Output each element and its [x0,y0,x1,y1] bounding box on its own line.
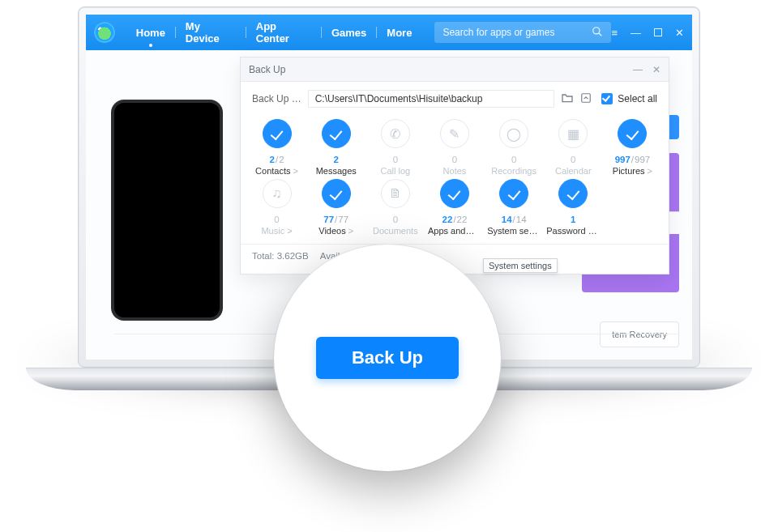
item-label: Call log [381,166,411,176]
modal-close-button[interactable]: ✕ [652,64,660,75]
item-label: Apps and… [428,226,481,236]
path-label: Back Up … [252,93,301,104]
phone-icon: ✆ [381,119,410,148]
apps-icon [440,179,469,208]
backup-item-notes: ✎0Notes [425,119,484,176]
backup-items-grid: 2/2Contacts2Messages✆0Call log✎0Notes◯0R… [241,113,669,244]
videos-icon [322,179,351,208]
settings-icon [499,179,528,208]
close-button[interactable]: ✕ [675,28,684,38]
backup-item-music: ♫0Music [247,179,306,236]
checkbox-icon [601,93,613,104]
svg-line-1 [599,32,602,36]
item-label: Password v… [546,226,600,236]
modal-minimize-button[interactable]: — [633,64,643,75]
pictures-icon [618,119,647,148]
nav-bar: Home My Device App Center Games More [130,20,419,45]
total-size: Total: 3.62GB [252,251,309,261]
item-label: System se… [487,226,541,236]
item-label: Notes [443,166,467,176]
backup-item-documents: 🗎0Documents [365,179,425,236]
backup-item-calendar: ▦0Calendar [544,119,603,176]
svg-rect-2 [582,93,591,102]
hamburger-icon[interactable]: ≡ [611,28,618,38]
mic-icon: ◯ [499,119,528,148]
item-label: Documents [373,226,418,236]
contacts-icon [263,119,292,148]
search-box[interactable] [434,22,611,43]
brand-logo-icon [94,22,115,43]
magnifier-lens: Back Up [274,245,501,471]
device-preview [114,103,220,317]
music-icon: ♫ [263,179,292,208]
maximize-button[interactable] [654,28,662,38]
item-label: Calendar [555,166,592,176]
app-top-bar: Home My Device App Center Games More ≡ — [86,15,692,50]
item-label: Music [261,226,292,236]
item-label: Pictures [613,166,652,176]
backup-item-recordings: ◯0Recordings [485,119,544,176]
minimize-button[interactable]: — [631,28,641,38]
backup-item-messages[interactable]: 2Messages [306,119,365,176]
item-label: Videos [318,226,353,236]
nav-home[interactable]: Home [130,27,172,39]
nav-my-device[interactable]: My Device [179,20,242,45]
folder-icon[interactable] [561,92,574,106]
documents-icon: 🗎 [381,179,410,208]
lock-icon [558,179,588,208]
backup-item-pictures[interactable]: 997/997Pictures [603,119,662,176]
item-label: Contacts [255,166,298,176]
backup-item-call-log: ✆0Call log [365,119,425,176]
select-all-checkbox[interactable]: Select all [601,93,657,104]
svg-point-0 [593,27,600,33]
messages-icon [322,119,351,148]
edit-icon[interactable] [580,92,592,106]
backup-path-input[interactable] [308,90,555,108]
tooltip: System settings [483,258,558,273]
nav-games[interactable]: Games [325,27,373,39]
backup-item-contacts[interactable]: 2/2Contacts [247,119,306,176]
search-input[interactable] [442,27,592,38]
backup-button[interactable]: Back Up [316,337,459,379]
backup-item-apps-and[interactable]: 22/22Apps and… [425,179,484,236]
nav-more[interactable]: More [380,27,418,39]
backup-item-password-v[interactable]: 1Password v… [544,179,603,236]
calendar-icon: ▦ [558,119,588,148]
nav-app-center[interactable]: App Center [250,20,318,45]
item-label: Recordings [491,166,536,176]
item-label: Messages [316,166,357,176]
backup-item-videos[interactable]: 77/77Videos [306,179,365,236]
backup-item-system-se[interactable]: 14/14System se… [485,179,544,236]
backup-modal: Back Up — ✕ Back Up … [240,57,669,275]
search-icon [592,26,603,40]
notes-icon: ✎ [440,119,469,148]
modal-title: Back Up [249,64,285,75]
